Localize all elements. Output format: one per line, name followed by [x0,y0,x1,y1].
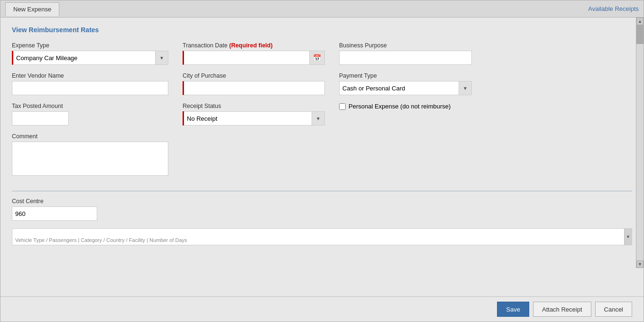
cost-centre-group: Cost Centre [12,198,632,221]
receipt-status-label: Receipt Status [183,103,325,109]
available-receipts-link[interactable]: Available Receipts [588,5,639,12]
expense-type-label: Expense Type [12,42,168,49]
calendar-button[interactable]: 📅 [310,51,325,65]
business-purpose-input[interactable] [339,51,472,65]
scrollbar-thumb[interactable] [636,25,644,44]
table-scroll-arrow[interactable]: ▼ [624,229,632,245]
footer-bar: Save Attach Receipt Cancel [0,296,644,322]
expense-type-wrapper: Company Car Mileage ▼ [12,51,168,65]
city-of-purchase-group: City of Purchase [183,72,325,95]
scroll-up-arrow[interactable]: ▲ [636,18,644,25]
expense-type-group: Expense Type Company Car Mileage ▼ [12,42,168,65]
receipt-status-wrapper: No Receipt Receipt Present ▼ [183,111,325,125]
city-of-purchase-input[interactable] [183,81,325,95]
personal-expense-label: Personal Expense (do not reimburse) [349,103,451,110]
column-2: Transaction Date (Required field) 📅 City… [183,42,325,183]
business-purpose-group: Business Purpose [339,42,505,65]
attach-receipt-button[interactable]: Attach Receipt [533,302,591,317]
transaction-date-group: Transaction Date (Required field) 📅 [183,42,325,65]
comment-textarea[interactable] [12,142,168,176]
bottom-table-preview: Vehicle Type / Passengers | Category / C… [12,228,632,245]
scroll-down-arrow[interactable]: ▼ [636,260,644,268]
column-3: Business Purpose Payment Type Cash or Pe… [339,42,505,183]
transaction-date-input[interactable] [183,51,310,65]
cancel-button[interactable]: Cancel [595,302,632,317]
tab-new-expense[interactable]: New Expense [5,2,59,16]
comment-group: Comment [12,133,168,176]
receipt-status-group: Receipt Status No Receipt Receipt Presen… [183,103,325,125]
main-window: New Expense Available Receipts ▲ ▼ View … [0,0,644,322]
transaction-date-label: Transaction Date (Required field) [183,42,325,49]
personal-expense-row: Personal Expense (do not reimburse) [339,103,505,110]
expense-type-select[interactable]: Company Car Mileage [12,51,168,65]
payment-type-select[interactable]: Cash or Personal Card Corporate Card [339,81,472,95]
city-of-purchase-label: City of Purchase [183,72,325,79]
scrollbar[interactable]: ▲ ▼ [636,18,644,268]
view-reimbursement-rates-link[interactable]: View Reimbursement Rates [12,26,99,34]
payment-type-label: Payment Type [339,72,505,79]
tax-posted-amount-input[interactable] [12,111,69,125]
tax-posted-amount-label: Tax Posted Amount [12,103,168,109]
cost-centre-label: Cost Centre [12,198,632,205]
personal-expense-checkbox[interactable] [339,103,346,110]
cost-centre-input[interactable] [12,206,97,221]
payment-type-wrapper: Cash or Personal Card Corporate Card ▼ [339,81,472,95]
form-area: ▲ ▼ View Reimbursement Rates Expense Typ… [0,18,644,296]
tax-posted-amount-group: Tax Posted Amount [12,103,168,125]
vendor-name-input[interactable] [12,81,168,95]
receipt-status-select[interactable]: No Receipt Receipt Present [184,111,325,125]
cost-centre-section: Cost Centre [12,198,632,221]
form-grid: Expense Type Company Car Mileage ▼ Enter… [12,42,632,183]
transaction-date-wrapper: 📅 [183,51,325,65]
required-label: (Required field) [229,42,273,49]
comment-label: Comment [12,133,168,140]
payment-type-group: Payment Type Cash or Personal Card Corpo… [339,72,505,95]
table-preview-cols: Vehicle Type / Passengers | Category / C… [15,237,187,243]
vendor-name-label: Enter Vendor Name [12,72,168,79]
tab-bar: New Expense Available Receipts [0,0,644,18]
section-divider [12,191,632,191]
column-1: Expense Type Company Car Mileage ▼ Enter… [12,42,168,183]
save-button[interactable]: Save [497,302,529,317]
calendar-icon: 📅 [313,54,321,62]
business-purpose-label: Business Purpose [339,42,505,49]
vendor-name-group: Enter Vendor Name [12,72,168,95]
